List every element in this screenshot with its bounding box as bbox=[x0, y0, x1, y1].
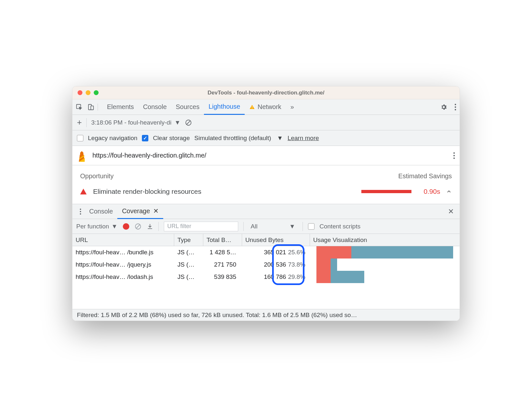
throttling-selector[interactable]: Simulated throttling (default) bbox=[194, 135, 271, 142]
settings-icon[interactable] bbox=[440, 104, 447, 111]
clear-coverage-icon[interactable] bbox=[134, 223, 142, 230]
svg-point-6 bbox=[455, 106, 456, 107]
tab-sources[interactable]: Sources bbox=[171, 99, 204, 115]
svg-line-9 bbox=[187, 121, 190, 124]
opportunity-row[interactable]: Eliminate render-blocking resources 0.90… bbox=[72, 183, 460, 204]
clear-icon[interactable] bbox=[185, 119, 192, 126]
new-report-button[interactable]: + bbox=[77, 117, 82, 127]
cell-viz bbox=[310, 246, 460, 258]
cell-url: https://foul-heav… /bundle.js bbox=[72, 246, 174, 258]
clear-storage-label: Clear storage bbox=[153, 135, 190, 142]
clear-storage-checkbox[interactable] bbox=[142, 135, 148, 141]
fail-triangle-icon bbox=[80, 189, 87, 194]
lighthouse-toolbar-2: Legacy navigation Clear storage Simulate… bbox=[72, 130, 460, 146]
svg-point-7 bbox=[455, 109, 456, 110]
svg-line-18 bbox=[136, 225, 140, 228]
type-filter-label: All bbox=[251, 223, 258, 230]
inspect-icon[interactable] bbox=[76, 104, 83, 111]
svg-rect-3 bbox=[252, 106, 252, 107]
content-scripts-label: Content scripts bbox=[320, 223, 361, 230]
svg-point-12 bbox=[453, 155, 455, 156]
tab-network-label: Network bbox=[258, 103, 281, 111]
cell-viz bbox=[310, 258, 460, 271]
chevron-up-icon bbox=[446, 189, 452, 194]
content-scripts-checkbox[interactable] bbox=[308, 223, 314, 230]
coverage-table: URL Type Total B… Unused Bytes Usage Vis… bbox=[72, 234, 460, 309]
device-toolbar-icon[interactable] bbox=[87, 104, 94, 111]
cell-type: JS (… bbox=[174, 246, 203, 258]
cell-url: https://foul-heav… /lodash.js bbox=[72, 271, 174, 283]
traffic-lights bbox=[72, 90, 99, 95]
type-filter-select[interactable]: All ▼ bbox=[249, 223, 297, 230]
cell-total: 271 750 bbox=[203, 258, 242, 271]
col-total[interactable]: Total B… bbox=[203, 234, 242, 246]
tab-elements[interactable]: Elements bbox=[102, 99, 138, 115]
drawer-tab-console[interactable]: Console bbox=[85, 204, 117, 219]
close-tab-icon[interactable]: ✕ bbox=[153, 207, 159, 215]
drawer-close-icon[interactable]: ✕ bbox=[448, 207, 456, 216]
minimize-window-button[interactable] bbox=[86, 90, 90, 95]
drawer-tab-coverage-label: Coverage bbox=[122, 207, 150, 215]
svg-point-16 bbox=[80, 213, 81, 214]
tab-network[interactable]: Network bbox=[245, 99, 286, 115]
cell-unused: 365 021 25.6% bbox=[242, 246, 310, 258]
svg-point-15 bbox=[80, 211, 81, 212]
legacy-navigation-checkbox[interactable] bbox=[77, 135, 83, 141]
report-selector[interactable]: 3:18:06 PM - foul-heavenly-di ▼ bbox=[91, 119, 180, 126]
close-window-button[interactable] bbox=[78, 90, 82, 95]
coverage-status: Filtered: 1.5 MB of 2.2 MB (68%) used so… bbox=[72, 309, 460, 321]
opportunity-heading: Opportunity bbox=[80, 172, 113, 180]
svg-rect-19 bbox=[148, 228, 152, 229]
table-row[interactable]: https://foul-heav… /lodash.jsJS (…539 83… bbox=[72, 271, 460, 283]
tabs-overflow[interactable]: » bbox=[286, 99, 298, 115]
coverage-mode-selector[interactable]: Per function ▼ bbox=[76, 223, 118, 230]
cell-total: 1 428 5… bbox=[203, 246, 242, 258]
svg-point-13 bbox=[453, 157, 455, 159]
report-selector-label: 3:18:06 PM - foul-heavenly-di bbox=[91, 119, 171, 126]
savings-heading: Estimated Savings bbox=[398, 172, 452, 180]
coverage-mode-label: Per function bbox=[76, 223, 109, 230]
svg-point-14 bbox=[80, 208, 81, 210]
lighthouse-icon bbox=[77, 151, 87, 160]
drawer-tabs: Console Coverage ✕ ✕ bbox=[72, 204, 460, 219]
cell-type: JS (… bbox=[174, 271, 203, 283]
col-viz[interactable]: Usage Visualization bbox=[310, 234, 460, 246]
drawer-tab-coverage[interactable]: Coverage ✕ bbox=[117, 204, 163, 219]
window-title: DevTools - foul-heavenly-direction.glitc… bbox=[72, 90, 460, 96]
lighthouse-toolbar-1: + 3:18:06 PM - foul-heavenly-di ▼ bbox=[72, 115, 460, 130]
titlebar: DevTools - foul-heavenly-direction.glitc… bbox=[72, 86, 460, 99]
col-type[interactable]: Type bbox=[174, 234, 203, 246]
cell-unused: 200 536 73.8% bbox=[242, 258, 310, 271]
svg-rect-10 bbox=[80, 153, 83, 155]
cell-type: JS (… bbox=[174, 258, 203, 271]
learn-more-link[interactable]: Learn more bbox=[288, 135, 319, 142]
col-unused[interactable]: Unused Bytes bbox=[242, 234, 310, 246]
record-button[interactable] bbox=[123, 223, 129, 230]
tab-console[interactable]: Console bbox=[138, 99, 171, 115]
tab-lighthouse[interactable]: Lighthouse bbox=[204, 99, 245, 115]
report-menu-icon[interactable] bbox=[453, 152, 455, 159]
warning-icon bbox=[249, 104, 255, 110]
cell-total: 539 835 bbox=[203, 271, 242, 283]
opportunity-value: 0.90s bbox=[424, 188, 440, 195]
more-icon[interactable] bbox=[454, 104, 456, 111]
url-filter-input[interactable]: URL filter bbox=[164, 222, 238, 231]
svg-rect-2 bbox=[91, 106, 93, 110]
svg-rect-4 bbox=[252, 108, 252, 109]
throttling-label: Simulated throttling (default) bbox=[194, 135, 271, 141]
opportunity-title: Eliminate render-blocking resources bbox=[93, 188, 361, 195]
export-icon[interactable] bbox=[147, 223, 153, 230]
url-filter-placeholder: URL filter bbox=[167, 223, 191, 230]
drawer-menu-icon[interactable] bbox=[76, 208, 85, 215]
table-row[interactable]: https://foul-heav… /bundle.jsJS (…1 428 … bbox=[72, 246, 460, 258]
coverage-toolbar: Per function ▼ URL filter All ▼ Content … bbox=[72, 219, 460, 234]
table-row[interactable]: https://foul-heav… /jquery.jsJS (…271 75… bbox=[72, 258, 460, 271]
legacy-navigation-label: Legacy navigation bbox=[88, 135, 137, 142]
devtools-window: DevTools - foul-heavenly-direction.glitc… bbox=[72, 86, 460, 321]
zoom-window-button[interactable] bbox=[94, 90, 99, 95]
table-body: https://foul-heav… /bundle.jsJS (…1 428 … bbox=[72, 246, 460, 309]
opportunity-bar bbox=[361, 190, 411, 193]
report-url-row: https://foul-heavenly-direction.glitch.m… bbox=[72, 146, 460, 165]
col-url[interactable]: URL bbox=[72, 234, 174, 246]
cell-unused: 160 786 29.8% bbox=[242, 271, 310, 283]
